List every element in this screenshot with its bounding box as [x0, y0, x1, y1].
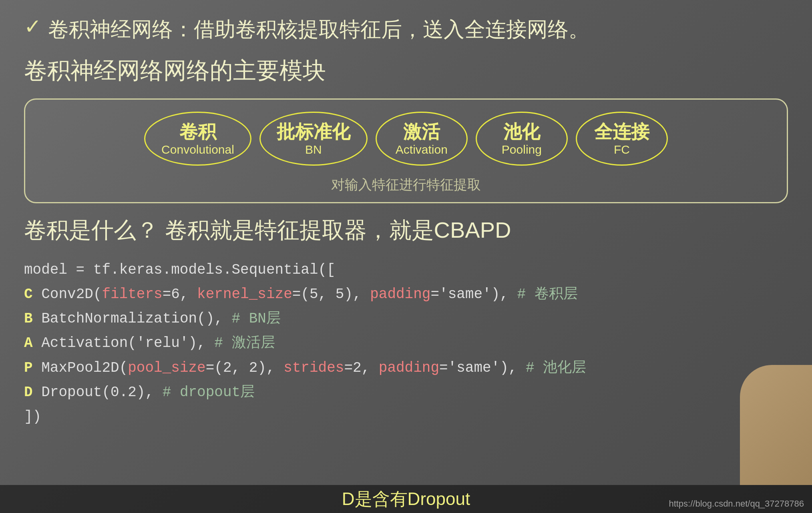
- code-block: model = tf.keras.models.Sequential([ C C…: [24, 258, 788, 429]
- section2-title: 卷积是什么？ 卷积就是特征提取器，就是CBAPD: [24, 215, 788, 246]
- module-bn-zh: 批标准化: [277, 121, 350, 143]
- module-convolutional: 卷积 Convolutional: [144, 112, 251, 166]
- modules-container: 卷积 Convolutional 批标准化 BN 激活 Activation 池…: [24, 98, 788, 203]
- bottom-text: D是含有Dropout: [342, 487, 470, 511]
- code-line-c: C Conv2D(filters=6, kernel_size=(5, 5), …: [24, 282, 788, 307]
- module-act-en: Activation: [396, 143, 448, 156]
- module-fc: 全连接 FC: [576, 112, 668, 166]
- module-fc-en: FC: [614, 143, 630, 156]
- code-line-p: P MaxPool2D(pool_size=(2, 2), strides=2,…: [24, 356, 788, 380]
- module-conv-zh: 卷积: [179, 121, 216, 143]
- code-line-a: A Activation('relu'), # 激活层: [24, 331, 788, 355]
- code-line-end: ]): [24, 405, 788, 429]
- checkmark-icon: ✓: [24, 16, 42, 37]
- module-fc-zh: 全连接: [594, 121, 649, 143]
- code-line-1: model = tf.keras.models.Sequential([: [24, 258, 788, 282]
- module-pool-zh: 池化: [503, 121, 540, 143]
- module-conv-en: Convolutional: [161, 143, 234, 156]
- section1-title: 卷积神经网络网络的主要模块: [24, 55, 788, 86]
- module-pooling: 池化 Pooling: [476, 112, 568, 166]
- top-bullet-text: 卷积神经网络：借助卷积核提取特征后，送入全连接网络。: [48, 16, 589, 43]
- top-bullet: ✓ 卷积神经网络：借助卷积核提取特征后，送入全连接网络。: [24, 16, 788, 43]
- module-bn-en: BN: [305, 143, 322, 156]
- module-bn: 批标准化 BN: [259, 112, 368, 166]
- watermark: https://blog.csdn.net/qq_37278786: [669, 499, 804, 509]
- person-arm-decoration: [740, 365, 812, 485]
- code-line-d: D Dropout(0.2), # dropout层: [24, 380, 788, 405]
- module-activation: 激活 Activation: [376, 112, 468, 166]
- module-pool-en: Pooling: [502, 143, 542, 156]
- module-act-zh: 激活: [403, 121, 440, 143]
- slide: ✓ 卷积神经网络：借助卷积核提取特征后，送入全连接网络。 卷积神经网络网络的主要…: [0, 0, 812, 513]
- modules-row: 卷积 Convolutional 批标准化 BN 激活 Activation 池…: [144, 112, 668, 166]
- modules-caption: 对输入特征进行特征提取: [331, 176, 481, 194]
- code-line-b: B BatchNormalization(), # BN层: [24, 307, 788, 331]
